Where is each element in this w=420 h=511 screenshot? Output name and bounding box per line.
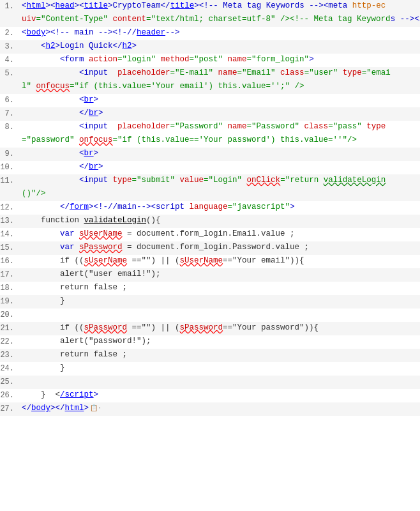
line-content: </body></html>📋⋅ (19, 402, 420, 415)
line-content: function validateLogin(){ (19, 215, 420, 227)
code-line: uiv="Content-Type" content="text/html; c… (0, 13, 420, 27)
line-content: var sUserName = document.form_login.Emai… (19, 228, 420, 240)
code-line: ()"/> (0, 188, 420, 201)
line-content: <br> (19, 94, 420, 106)
line-number: 12. (0, 201, 19, 214)
code-line: 12. </form><!-//main--><script language=… (0, 201, 420, 215)
line-content: uiv="Content-Type" content="text/html; c… (19, 13, 420, 26)
line-content: return false ; (19, 349, 420, 361)
code-line: l" onfocus="if (this.value='Your email')… (0, 80, 420, 94)
code-line: 1.<html><head><title>CryptoTeam</title><… (0, 0, 420, 13)
line-content: ()"/> (19, 188, 420, 200)
code-editor: 1.<html><head><title>CryptoTeam</title><… (0, 0, 420, 511)
line-number: 27. (0, 402, 19, 415)
code-line: 5. <input placeholder="E-mail" name="Ema… (0, 67, 420, 80)
line-content: return false ; (19, 282, 420, 294)
line-number: 26. (0, 389, 19, 402)
line-content: } (19, 295, 420, 307)
line-content: <body><!-- main --><!-//header--> (19, 27, 420, 39)
line-number: 19. (0, 295, 19, 308)
code-line: 11. <input type="submit" value="Login" o… (0, 174, 420, 188)
line-content: alert("user email!"); (19, 268, 420, 280)
line-number: 22. (0, 335, 19, 348)
code-line: 3. <h2>Login Quick</h2> (0, 40, 420, 54)
code-line: 20. (0, 309, 420, 322)
line-content: alert("password!"); (19, 335, 420, 347)
line-number: 13. (0, 215, 19, 227)
line-content: if ((sPassword =="") || (sPassword=="You… (19, 322, 420, 334)
line-content: } </script> (19, 389, 420, 401)
line-number: 17. (0, 268, 19, 281)
line-content: l" onfocus="if (this.value='Your email')… (19, 80, 420, 93)
line-content: </br> (19, 161, 420, 173)
code-line: 17. alert("user email!"); (0, 268, 420, 282)
line-number (0, 80, 19, 81)
line-number: 15. (0, 241, 19, 254)
line-number (0, 134, 19, 135)
code-line: 23. return false ; (0, 349, 420, 362)
line-number: 24. (0, 362, 19, 375)
line-number: 16. (0, 255, 19, 268)
line-content: <input placeholder="E-mail" name="Email"… (19, 67, 420, 79)
line-content: <input type="submit" value="Login" onCli… (19, 174, 420, 187)
line-number: 21. (0, 322, 19, 335)
code-line: 2.<body><!-- main --><!-//header--> (0, 27, 420, 40)
code-line: 10. </br> (0, 161, 420, 174)
line-number: 2. (0, 27, 19, 40)
code-line: 26. } </script> (0, 389, 420, 402)
line-content: } (19, 362, 420, 374)
code-line: 22. alert("password!"); (0, 335, 420, 349)
line-content: <br> (19, 148, 420, 160)
line-content: <h2>Login Quick</h2> (19, 40, 420, 52)
code-line: 21. if ((sPassword =="") || (sPassword==… (0, 322, 420, 335)
line-content: </br> (19, 107, 420, 119)
code-line: 6. <br> (0, 94, 420, 107)
line-content: <form action="login" method="post" name=… (19, 54, 420, 66)
code-line: 16. if ((sUserName =="") || (sUserName==… (0, 255, 420, 268)
line-number: 25. (0, 376, 19, 388)
code-line: 24. } (0, 362, 420, 376)
line-content: if ((sUserName =="") || (sUserName=="You… (19, 255, 420, 267)
line-number: 1. (0, 0, 19, 13)
line-number: 7. (0, 107, 19, 120)
line-number: 8. (0, 121, 19, 133)
line-content: </form><!-//main--><script language="jav… (19, 201, 420, 213)
code-line: 13. function validateLogin(){ (0, 215, 420, 228)
code-line: 14. var sUserName = document.form_login.… (0, 228, 420, 241)
clipboard-icon[interactable]: 📋⋅ (90, 404, 101, 414)
line-number: 6. (0, 94, 19, 107)
code-line: 25. (0, 376, 420, 389)
code-line: 4. <form action="login" method="post" na… (0, 54, 420, 67)
line-number: 18. (0, 282, 19, 294)
line-number: 20. (0, 309, 19, 321)
code-line: 19. } (0, 295, 420, 309)
line-number (0, 188, 19, 188)
code-line: ="password" onfocus="if (this.value=='Yo… (0, 134, 420, 148)
line-number: 23. (0, 349, 19, 362)
code-line: 7. </br> (0, 107, 420, 121)
line-number: 11. (0, 174, 19, 187)
line-content: ="password" onfocus="if (this.value=='Yo… (19, 134, 420, 146)
line-number (0, 13, 19, 14)
code-line: 9. <br> (0, 148, 420, 161)
line-number: 10. (0, 161, 19, 174)
code-line: 8. <input placeholder="Password" name="P… (0, 121, 420, 134)
code-line: 15. var sPassword = document.form_login.… (0, 241, 420, 255)
line-number: 4. (0, 54, 19, 66)
line-number: 3. (0, 40, 19, 53)
line-number: 14. (0, 228, 19, 241)
line-number: 5. (0, 67, 19, 80)
line-content: var sPassword = document.form_login.Pass… (19, 241, 420, 254)
line-number: 9. (0, 148, 19, 160)
code-line: 27.</body></html>📋⋅ (0, 402, 420, 416)
line-content: <html><head><title>CryptoTeam</title><!-… (19, 0, 420, 12)
code-line: 18. return false ; (0, 282, 420, 295)
line-content: <input placeholder="Password" name="Pass… (19, 121, 420, 133)
